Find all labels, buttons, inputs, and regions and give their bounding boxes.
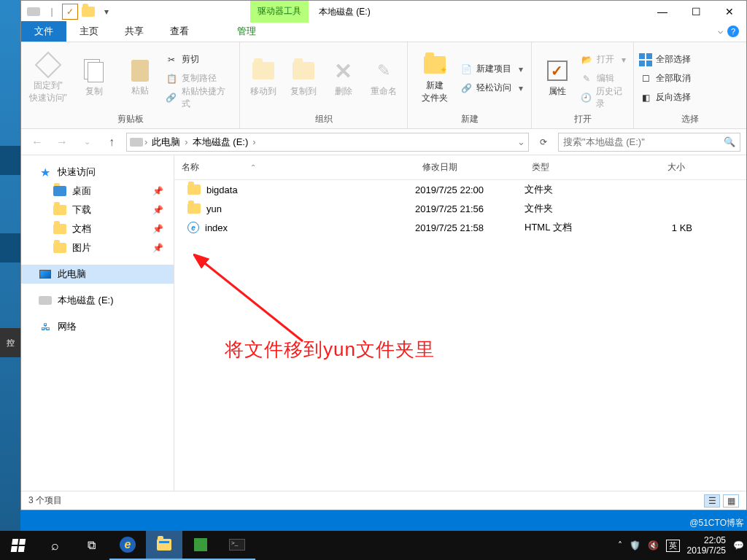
new-folder-button[interactable]: 新建 文件夹 [414, 50, 456, 108]
taskbar-cmd[interactable]: >_ [219, 531, 255, 560]
tab-file[interactable]: 文件 [21, 21, 66, 42]
monitor-icon [39, 268, 52, 280]
collapse-ribbon-icon[interactable]: ⌵ [718, 26, 723, 37]
task-view-button[interactable]: ⧉ [73, 531, 109, 560]
nav-pictures[interactable]: 图片📌 [21, 238, 174, 257]
tab-home[interactable]: 主页 [66, 21, 112, 42]
view-details-button[interactable]: ☰ [704, 494, 720, 508]
col-size[interactable]: 大小 [634, 155, 692, 179]
drive-icon [130, 136, 143, 148]
group-select-label: 选择 [640, 112, 740, 127]
nav-quick-access[interactable]: ★快速访问 [21, 163, 174, 182]
nav-network[interactable]: 🖧网络 [21, 317, 174, 336]
taskbar-app-green[interactable] [182, 531, 219, 560]
maximize-button[interactable]: ☐ [679, 1, 713, 23]
qa-customize-icon[interactable]: ▾ [98, 4, 115, 20]
breadcrumb-dropdown-icon[interactable]: ⌄ [517, 136, 525, 147]
taskbar[interactable]: ⌕ ⧉ e >_ ˄ 🛡️ 🔇 英 22:052019/7/25 💬 [0, 531, 747, 560]
file-type: 文件夹 [525, 183, 634, 196]
nav-edrive[interactable]: 本地磁盘 (E:) [21, 291, 174, 310]
nav-downloads[interactable]: 下载📌 [21, 201, 174, 219]
system-tray[interactable]: ˄ 🛡️ 🔇 英 22:052019/7/25 💬 [618, 535, 747, 556]
file-size: 1 KB [634, 222, 692, 233]
file-row[interactable]: yun 2019/7/25 21:56 文件夹 [174, 199, 746, 218]
chevron-icon[interactable]: › [252, 136, 255, 147]
new-item-button[interactable]: 📄新建项目▾ [460, 61, 523, 78]
breadcrumb-edrive[interactable]: 本地磁盘 (E:) [190, 136, 252, 149]
tab-share[interactable]: 共享 [112, 21, 157, 42]
file-row[interactable]: bigdata 2019/7/25 22:00 文件夹 [174, 180, 746, 199]
copy-button[interactable]: 复制 [73, 50, 115, 108]
pin-icon: 📌 [152, 243, 163, 253]
explorer-window: | ✓ ▾ 驱动器工具 本地磁盘 (E:) — ☐ ✕ 文件 主页 共享 查看 … [20, 0, 747, 510]
search-input[interactable] [563, 136, 724, 147]
ribbon-tabs: 文件 主页 共享 查看 管理 ⌵ ? [21, 23, 746, 42]
chevron-icon[interactable]: › [144, 136, 147, 147]
nav-pane[interactable]: ★快速访问 桌面📌 下载📌 文档📌 图片📌 此电脑 本地磁盘 (E:) 🖧网络 [21, 155, 174, 491]
col-type[interactable]: 类型 [525, 155, 634, 179]
pin-quickaccess-button[interactable]: 固定到" 快速访问" [27, 50, 69, 108]
tray-chevron-icon[interactable]: ˄ [618, 540, 622, 551]
nav-up-button[interactable]: ↑ [101, 132, 122, 152]
invert-selection-button[interactable]: ◧反向选择 [640, 89, 691, 106]
file-row[interactable]: eindex 2019/7/25 21:58 HTML 文档 1 KB [174, 218, 746, 237]
col-name[interactable]: 名称⌃ [174, 155, 415, 179]
tab-manage[interactable]: 管理 [224, 21, 269, 42]
search-icon[interactable]: 🔍 [724, 136, 735, 147]
easy-access-button[interactable]: 🔗轻松访问▾ [460, 79, 523, 97]
col-date[interactable]: 修改日期 [415, 155, 525, 179]
group-organize-label: 组织 [246, 112, 401, 127]
file-date: 2019/7/25 21:58 [415, 222, 525, 233]
chevron-icon[interactable]: › [185, 136, 187, 147]
nav-documents[interactable]: 文档📌 [21, 219, 174, 238]
ime-indicator[interactable]: 英 [666, 540, 680, 552]
tray-clock[interactable]: 22:052019/7/25 [687, 535, 726, 556]
folder-icon [53, 242, 66, 254]
rename-button[interactable]: ✎ 重命名 [365, 50, 401, 108]
close-button[interactable]: ✕ [713, 1, 746, 23]
taskbar-search-icon[interactable]: ⌕ [36, 531, 73, 560]
help-icon[interactable]: ? [727, 26, 739, 37]
breadcrumb[interactable]: › 此电脑 › 本地磁盘 (E:) › ⌄ [126, 133, 529, 152]
qa-properties-icon[interactable]: ✓ [62, 4, 78, 20]
delete-button[interactable]: ✕ 删除 [326, 50, 362, 108]
nav-this-pc[interactable]: 此电脑 [21, 265, 174, 284]
tab-view[interactable]: 查看 [157, 21, 202, 42]
action-center-icon[interactable]: 💬 [733, 540, 744, 551]
annotation-text: 将文件移到yun文件夹里 [225, 337, 435, 362]
copy-to-button[interactable]: 复制到 [286, 50, 322, 108]
properties-button[interactable]: 属性 [538, 50, 576, 108]
minimize-button[interactable]: — [646, 1, 679, 23]
open-button[interactable]: 📂打开▾ [581, 51, 627, 69]
refresh-button[interactable]: ⟳ [533, 137, 554, 147]
paste-shortcut-button[interactable]: 🔗粘贴快捷方式 [166, 89, 233, 106]
file-list[interactable]: 名称⌃ 修改日期 类型 大小 bigdata 2019/7/25 22:00 文… [174, 155, 746, 491]
select-none-button[interactable]: ☐全部取消 [640, 70, 691, 88]
qa-separator: | [44, 4, 60, 20]
pin-icon: 📌 [152, 186, 163, 196]
tray-security-icon[interactable]: 🛡️ [630, 540, 640, 551]
qa-newfolder-icon[interactable] [80, 4, 96, 20]
qa-drive-icon[interactable] [26, 4, 42, 20]
paste-button[interactable]: 粘贴 [120, 50, 161, 108]
select-all-button[interactable]: 全部选择 [640, 51, 691, 69]
status-bar: 3 个项目 ☰ ▦ [21, 491, 746, 510]
taskbar-explorer[interactable] [146, 531, 182, 560]
taskbar-ie[interactable]: e [109, 531, 146, 560]
nav-desktop[interactable]: 桌面📌 [21, 182, 174, 201]
tray-volume-icon[interactable]: 🔇 [648, 540, 659, 551]
file-date: 2019/7/25 22:00 [415, 184, 525, 195]
file-date: 2019/7/25 21:56 [415, 203, 525, 214]
nav-recent-button[interactable]: ⌄ [77, 132, 97, 152]
search-box[interactable]: 🔍 [558, 133, 740, 152]
nav-back-button[interactable]: ← [27, 132, 47, 152]
folder-icon [53, 223, 66, 235]
move-to-button[interactable]: 移动到 [246, 50, 282, 108]
view-large-icons-button[interactable]: ▦ [723, 494, 739, 508]
breadcrumb-thispc[interactable]: 此电脑 [149, 136, 183, 149]
html-file-icon: e [187, 222, 199, 233]
start-button[interactable] [0, 531, 36, 560]
cut-button[interactable]: ✂剪切 [166, 51, 233, 69]
nav-forward-button[interactable]: → [52, 132, 72, 152]
history-button[interactable]: 🕘历史记录 [581, 89, 627, 106]
